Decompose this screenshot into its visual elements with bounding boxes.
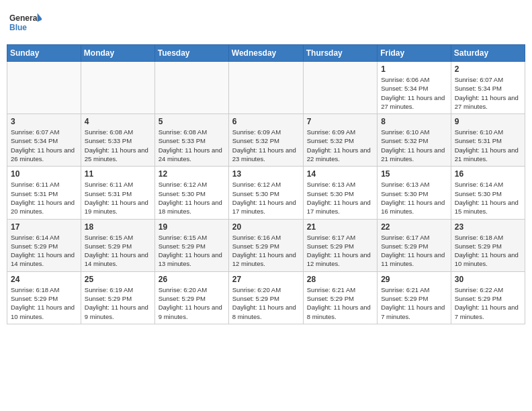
weekday-header-sunday: Sunday [7, 45, 81, 62]
week-row-5: 24Sunrise: 6:18 AM Sunset: 5:29 PM Dayli… [7, 271, 525, 324]
calendar-cell: 26Sunrise: 6:20 AM Sunset: 5:29 PM Dayli… [154, 271, 228, 324]
calendar-cell: 3Sunrise: 6:07 AM Sunset: 5:34 PM Daylig… [7, 114, 81, 167]
weekday-header-row: SundayMondayTuesdayWednesdayThursdayFrid… [7, 45, 525, 62]
day-number: 12 [159, 169, 225, 179]
day-info: Sunrise: 6:09 AM Sunset: 5:32 PM Dayligh… [232, 128, 300, 163]
calendar-cell: 24Sunrise: 6:18 AM Sunset: 5:29 PM Dayli… [7, 271, 81, 324]
week-row-3: 10Sunrise: 6:11 AM Sunset: 5:31 PM Dayli… [7, 167, 525, 219]
day-info: Sunrise: 6:12 AM Sunset: 5:30 PM Dayligh… [159, 180, 225, 216]
svg-text:Blue: Blue [9, 23, 27, 32]
calendar-cell: 21Sunrise: 6:17 AM Sunset: 5:29 PM Dayli… [303, 219, 377, 271]
calendar-cell [7, 62, 81, 114]
calendar-cell: 25Sunrise: 6:19 AM Sunset: 5:29 PM Dayli… [81, 271, 154, 324]
calendar-cell: 9Sunrise: 6:10 AM Sunset: 5:31 PM Daylig… [451, 114, 525, 167]
day-info: Sunrise: 6:22 AM Sunset: 5:29 PM Dayligh… [455, 285, 521, 321]
calendar-cell: 29Sunrise: 6:21 AM Sunset: 5:29 PM Dayli… [378, 271, 451, 324]
day-number: 9 [455, 117, 521, 126]
day-info: Sunrise: 6:15 AM Sunset: 5:29 PM Dayligh… [159, 233, 225, 269]
calendar-cell: 6Sunrise: 6:09 AM Sunset: 5:32 PM Daylig… [228, 114, 303, 167]
day-number: 17 [11, 222, 77, 232]
calendar-cell: 28Sunrise: 6:21 AM Sunset: 5:29 PM Dayli… [303, 271, 377, 324]
calendar-cell [81, 62, 154, 114]
day-number: 25 [85, 275, 151, 284]
day-info: Sunrise: 6:20 AM Sunset: 5:29 PM Dayligh… [232, 285, 300, 321]
weekday-header-thursday: Thursday [303, 45, 377, 62]
page-header: General Blue [7, 7, 525, 39]
calendar-cell: 16Sunrise: 6:14 AM Sunset: 5:30 PM Dayli… [451, 167, 525, 219]
calendar-cell: 14Sunrise: 6:13 AM Sunset: 5:30 PM Dayli… [303, 167, 377, 219]
day-info: Sunrise: 6:21 AM Sunset: 5:29 PM Dayligh… [307, 285, 373, 321]
weekday-header-monday: Monday [81, 45, 154, 62]
day-info: Sunrise: 6:07 AM Sunset: 5:34 PM Dayligh… [11, 128, 77, 163]
day-number: 3 [11, 117, 77, 126]
day-info: Sunrise: 6:11 AM Sunset: 5:31 PM Dayligh… [11, 180, 77, 216]
day-info: Sunrise: 6:14 AM Sunset: 5:30 PM Dayligh… [455, 180, 521, 216]
day-number: 29 [381, 275, 447, 284]
day-info: Sunrise: 6:08 AM Sunset: 5:33 PM Dayligh… [159, 128, 225, 163]
calendar-cell: 7Sunrise: 6:09 AM Sunset: 5:32 PM Daylig… [303, 114, 377, 167]
day-number: 1 [381, 64, 447, 74]
calendar-cell: 20Sunrise: 6:16 AM Sunset: 5:29 PM Dayli… [228, 219, 303, 271]
day-info: Sunrise: 6:15 AM Sunset: 5:29 PM Dayligh… [85, 233, 151, 269]
calendar-cell: 27Sunrise: 6:20 AM Sunset: 5:29 PM Dayli… [228, 271, 303, 324]
day-number: 2 [455, 64, 521, 74]
calendar-cell: 11Sunrise: 6:11 AM Sunset: 5:31 PM Dayli… [81, 167, 154, 219]
weekday-header-tuesday: Tuesday [154, 45, 228, 62]
day-info: Sunrise: 6:12 AM Sunset: 5:30 PM Dayligh… [232, 180, 300, 216]
day-number: 19 [159, 222, 225, 232]
day-info: Sunrise: 6:06 AM Sunset: 5:34 PM Dayligh… [381, 75, 447, 111]
day-info: Sunrise: 6:19 AM Sunset: 5:29 PM Dayligh… [85, 285, 151, 321]
day-info: Sunrise: 6:18 AM Sunset: 5:29 PM Dayligh… [11, 285, 77, 321]
day-number: 21 [307, 222, 373, 232]
calendar-cell [303, 62, 377, 114]
day-info: Sunrise: 6:17 AM Sunset: 5:29 PM Dayligh… [307, 233, 373, 269]
day-info: Sunrise: 6:20 AM Sunset: 5:29 PM Dayligh… [159, 285, 225, 321]
day-info: Sunrise: 6:13 AM Sunset: 5:30 PM Dayligh… [307, 180, 373, 216]
calendar-table: SundayMondayTuesdayWednesdayThursdayFrid… [7, 44, 525, 324]
day-number: 6 [232, 117, 300, 126]
day-info: Sunrise: 6:10 AM Sunset: 5:31 PM Dayligh… [455, 128, 521, 163]
calendar-cell: 12Sunrise: 6:12 AM Sunset: 5:30 PM Dayli… [154, 167, 228, 219]
calendar-cell: 15Sunrise: 6:13 AM Sunset: 5:30 PM Dayli… [378, 167, 451, 219]
week-row-4: 17Sunrise: 6:14 AM Sunset: 5:29 PM Dayli… [7, 219, 525, 271]
day-number: 28 [307, 275, 373, 284]
calendar-cell: 19Sunrise: 6:15 AM Sunset: 5:29 PM Dayli… [154, 219, 228, 271]
calendar-cell: 23Sunrise: 6:18 AM Sunset: 5:29 PM Dayli… [451, 219, 525, 271]
day-info: Sunrise: 6:14 AM Sunset: 5:29 PM Dayligh… [11, 233, 77, 269]
day-info: Sunrise: 6:07 AM Sunset: 5:34 PM Dayligh… [455, 75, 521, 111]
day-info: Sunrise: 6:17 AM Sunset: 5:29 PM Dayligh… [381, 233, 447, 269]
day-number: 27 [232, 275, 300, 284]
day-number: 10 [11, 169, 77, 179]
day-number: 15 [381, 169, 447, 179]
calendar-cell: 18Sunrise: 6:15 AM Sunset: 5:29 PM Dayli… [81, 219, 154, 271]
calendar-cell: 10Sunrise: 6:11 AM Sunset: 5:31 PM Dayli… [7, 167, 81, 219]
calendar-cell: 4Sunrise: 6:08 AM Sunset: 5:33 PM Daylig… [81, 114, 154, 167]
week-row-1: 1Sunrise: 6:06 AM Sunset: 5:34 PM Daylig… [7, 62, 525, 114]
day-number: 20 [232, 222, 300, 232]
day-info: Sunrise: 6:10 AM Sunset: 5:32 PM Dayligh… [381, 128, 447, 163]
calendar-cell: 30Sunrise: 6:22 AM Sunset: 5:29 PM Dayli… [451, 271, 525, 324]
day-info: Sunrise: 6:18 AM Sunset: 5:29 PM Dayligh… [455, 233, 521, 269]
day-number: 30 [455, 275, 521, 284]
calendar-body: 1Sunrise: 6:06 AM Sunset: 5:34 PM Daylig… [7, 62, 525, 324]
logo-svg: General Blue [9, 7, 42, 39]
calendar-cell: 13Sunrise: 6:12 AM Sunset: 5:30 PM Dayli… [228, 167, 303, 219]
week-row-2: 3Sunrise: 6:07 AM Sunset: 5:34 PM Daylig… [7, 114, 525, 167]
day-info: Sunrise: 6:13 AM Sunset: 5:30 PM Dayligh… [381, 180, 447, 216]
day-number: 23 [455, 222, 521, 232]
weekday-header-friday: Friday [378, 45, 451, 62]
svg-marker-2 [38, 13, 42, 22]
calendar-cell: 22Sunrise: 6:17 AM Sunset: 5:29 PM Dayli… [378, 219, 451, 271]
calendar-cell [228, 62, 303, 114]
calendar-cell [154, 62, 228, 114]
day-number: 18 [85, 222, 151, 232]
day-number: 24 [11, 275, 77, 284]
day-info: Sunrise: 6:16 AM Sunset: 5:29 PM Dayligh… [232, 233, 300, 269]
day-number: 26 [159, 275, 225, 284]
day-number: 5 [159, 117, 225, 126]
calendar-cell: 8Sunrise: 6:10 AM Sunset: 5:32 PM Daylig… [378, 114, 451, 167]
day-number: 13 [232, 169, 300, 179]
day-number: 16 [455, 169, 521, 179]
logo: General Blue [9, 7, 42, 39]
calendar-cell: 5Sunrise: 6:08 AM Sunset: 5:33 PM Daylig… [154, 114, 228, 167]
